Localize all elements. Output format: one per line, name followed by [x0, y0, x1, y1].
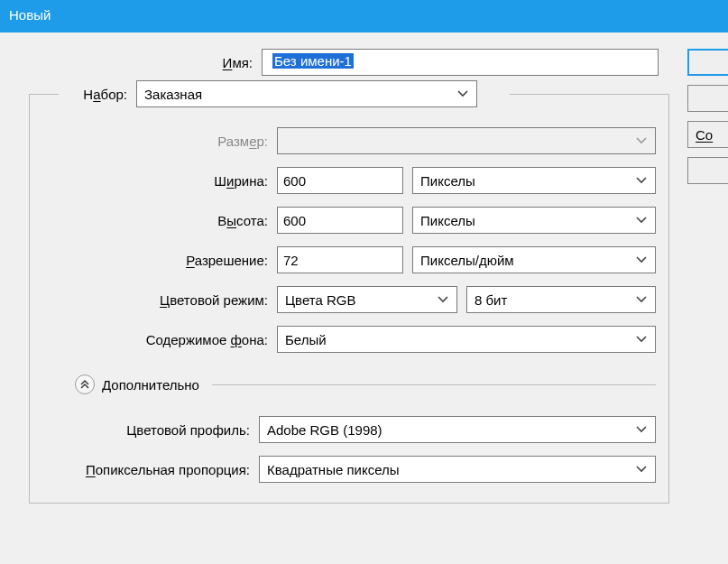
chevron-double-up-icon — [79, 379, 90, 390]
resolution-unit-select[interactable]: Пикселы/дюйм — [412, 246, 656, 273]
row-background: Содержимое фона: Белый — [42, 326, 656, 353]
background-select[interactable]: Белый — [277, 326, 656, 353]
color-profile-value: Adobe RGB (1998) — [267, 422, 382, 438]
row-pixel-aspect: Попиксельная пропорция: Квадратные пиксе… — [42, 456, 656, 483]
height-unit-value: Пикселы — [420, 213, 475, 228]
chevron-down-icon — [456, 88, 469, 100]
preset-value: Заказная — [144, 87, 202, 102]
save-preset-button[interactable]: Со — [687, 121, 728, 148]
collapse-button[interactable] — [75, 374, 95, 394]
delete-preset-button[interactable] — [687, 157, 728, 184]
pixel-aspect-label: Попиксельная пропорция: — [42, 462, 259, 477]
pixel-aspect-select[interactable]: Квадратные пикселы — [259, 456, 656, 483]
chevron-down-icon — [635, 293, 648, 306]
cancel-button[interactable] — [687, 85, 728, 112]
color-depth-select[interactable]: 8 бит — [466, 286, 656, 313]
row-resolution: Разрешение: Пикселы/дюйм — [42, 246, 656, 273]
main-column: Имя: Без имени-1 Набор: Заказная Размер: — [0, 49, 669, 564]
name-label: Имя: — [27, 55, 262, 70]
background-value: Белый — [285, 332, 327, 347]
color-mode-label: Цветовой режим: — [42, 292, 277, 308]
titlebar: Новый — [0, 0, 728, 32]
pixel-aspect-value: Квадратные пикселы — [267, 462, 400, 477]
advanced-label: Дополнительно — [102, 377, 199, 393]
color-depth-value: 8 бит — [475, 292, 507, 308]
chevron-down-icon — [437, 293, 449, 306]
color-mode-value: Цвета RGB — [285, 292, 355, 308]
chevron-down-icon — [635, 134, 648, 147]
width-label: Ширина: — [42, 173, 277, 189]
chevron-down-icon — [635, 214, 648, 227]
width-input[interactable] — [277, 167, 403, 194]
height-unit-select[interactable]: Пикселы — [412, 207, 656, 234]
width-unit-select[interactable]: Пикселы — [412, 167, 656, 194]
row-size: Размер: — [42, 127, 656, 154]
row-color-profile: Цветовой профиль: Adobe RGB (1998) — [42, 416, 656, 443]
preset-label: Набор: — [64, 87, 136, 102]
width-unit-value: Пикселы — [420, 173, 475, 189]
row-width: Ширина: Пикселы — [42, 167, 656, 194]
side-column: Со — [687, 49, 728, 564]
window-title: Новый — [9, 7, 51, 23]
dialog-body: Имя: Без имени-1 Набор: Заказная Размер: — [0, 32, 728, 564]
background-label: Содержимое фона: — [42, 332, 277, 347]
chevron-down-icon — [635, 423, 648, 436]
color-profile-select[interactable]: Adobe RGB (1998) — [259, 416, 656, 443]
advanced-toggle-row: Дополнительно — [75, 374, 656, 394]
resolution-label: Разрешение: — [42, 253, 277, 268]
chevron-down-icon — [635, 174, 648, 187]
name-input[interactable] — [262, 49, 659, 76]
chevron-down-icon — [635, 333, 648, 346]
chevron-down-icon — [635, 254, 648, 266]
resolution-unit-value: Пикселы/дюйм — [420, 253, 514, 268]
chevron-down-icon — [635, 463, 648, 476]
preset-select[interactable]: Заказная — [136, 80, 477, 107]
ok-button[interactable] — [687, 49, 728, 76]
size-label: Размер: — [42, 134, 277, 149]
color-mode-select[interactable]: Цвета RGB — [277, 286, 457, 313]
row-name: Имя: — [27, 49, 669, 76]
row-preset: Набор: Заказная — [59, 80, 510, 107]
save-preset-label: Со — [696, 127, 713, 143]
size-select — [277, 127, 656, 154]
resolution-input[interactable] — [277, 246, 403, 273]
settings-group: Набор: Заказная Размер: Ширина: — [29, 94, 669, 504]
row-height: Высота: Пикселы — [42, 207, 656, 234]
color-profile-label: Цветовой профиль: — [42, 422, 259, 438]
height-input[interactable] — [277, 207, 403, 234]
row-color-mode: Цветовой режим: Цвета RGB 8 бит — [42, 286, 656, 313]
height-label: Высота: — [42, 213, 277, 228]
